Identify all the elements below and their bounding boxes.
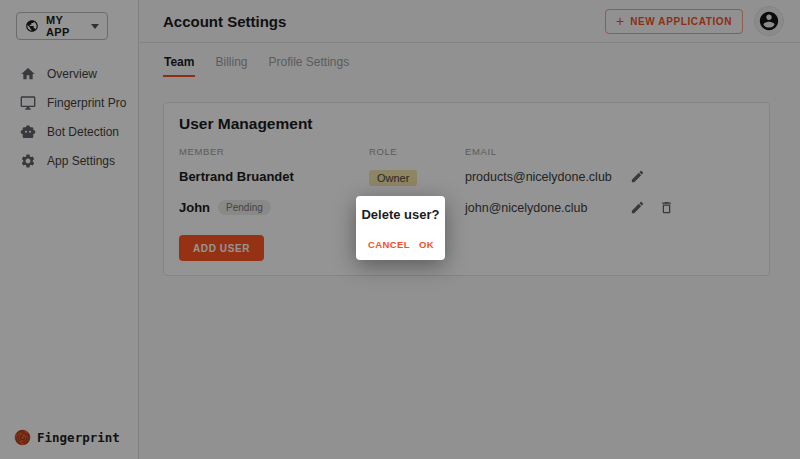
cancel-button[interactable]: CANCEL <box>368 237 410 252</box>
dialog-title: Delete user? <box>356 207 445 222</box>
ok-button[interactable]: OK <box>419 237 434 252</box>
dialog-actions: CANCEL OK <box>356 237 445 252</box>
delete-user-dialog: Delete user? CANCEL OK <box>356 196 445 260</box>
